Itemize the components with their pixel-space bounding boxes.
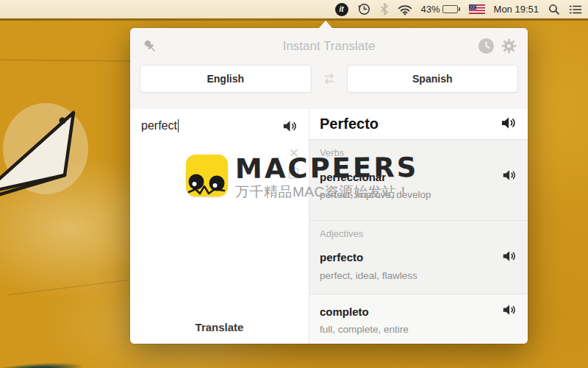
speak-word-icon[interactable] <box>502 169 517 185</box>
app-title: Instant Translate <box>140 39 518 54</box>
speak-word-icon[interactable] <box>502 303 517 319</box>
speak-source-icon[interactable] <box>282 119 298 136</box>
clear-text-button[interactable]: ✕ <box>289 147 299 160</box>
text-caret <box>178 119 179 132</box>
target-language-button[interactable]: Spanish <box>347 65 519 93</box>
instant-translate-menubar-icon[interactable]: it <box>335 3 348 16</box>
battery-status[interactable]: 43% <box>421 0 460 18</box>
battery-percent-label: 43% <box>421 4 440 15</box>
swap-languages-icon[interactable] <box>319 71 340 87</box>
wallpaper-triangle-art <box>0 96 96 213</box>
menubar-clock[interactable]: Mon 19:51 <box>494 0 539 18</box>
dictionary-word: completo <box>320 305 502 318</box>
section-label: Verbs <box>320 147 517 158</box>
input-language-flag-icon[interactable] <box>469 0 485 18</box>
verbs-section: Verbs perfeccionar perfect, improve, dev… <box>309 140 528 221</box>
copy-icon[interactable] <box>288 166 299 182</box>
adjectives-section: Adjectives perfecto perfect, ideal, flaw… <box>309 221 528 294</box>
word-meanings: perfect, improve, develop <box>320 189 517 200</box>
translation-results-pane: Perfecto Verbs perfeccionar perfect, imp… <box>309 109 528 344</box>
word-meanings: perfect, ideal, flawless <box>320 270 517 281</box>
dictionary-word: perfeccionar <box>320 171 502 183</box>
source-text-pane[interactable]: perfect ✕ Translate <box>130 109 309 344</box>
popover-arrow <box>319 21 332 28</box>
speak-word-icon[interactable] <box>502 250 517 266</box>
dictionary-word: perfecto <box>320 251 502 263</box>
settings-gear-icon[interactable] <box>501 38 517 54</box>
time-machine-icon[interactable] <box>357 0 371 18</box>
bluetooth-icon[interactable] <box>380 0 389 18</box>
section-label: Adjectives <box>320 228 517 239</box>
translate-button[interactable]: Translate <box>130 321 309 333</box>
notification-center-icon[interactable] <box>569 0 582 18</box>
pin-window-button[interactable] <box>142 38 159 54</box>
wall-seam-line <box>0 18 588 21</box>
translation-headword-row: Perfecto <box>309 109 528 140</box>
spotlight-search-icon[interactable] <box>548 0 560 18</box>
translation-headword: Perfecto <box>320 116 501 132</box>
battery-icon <box>442 5 458 13</box>
history-button[interactable] <box>478 38 495 54</box>
instant-translate-popover: Instant Translate English Spanish perfec… <box>130 28 528 344</box>
wifi-icon[interactable] <box>398 0 412 18</box>
speak-translation-icon[interactable] <box>501 116 517 133</box>
more-results-section: completo full, complete, entire <box>309 294 528 344</box>
popover-header-area: Instant Translate English Spanish <box>130 28 528 109</box>
word-meanings: full, complete, entire <box>320 324 517 335</box>
source-text-input[interactable]: perfect <box>141 119 177 132</box>
menu-bar: it 43% Mon 19:51 <box>0 0 588 18</box>
source-language-button[interactable]: English <box>140 65 312 93</box>
